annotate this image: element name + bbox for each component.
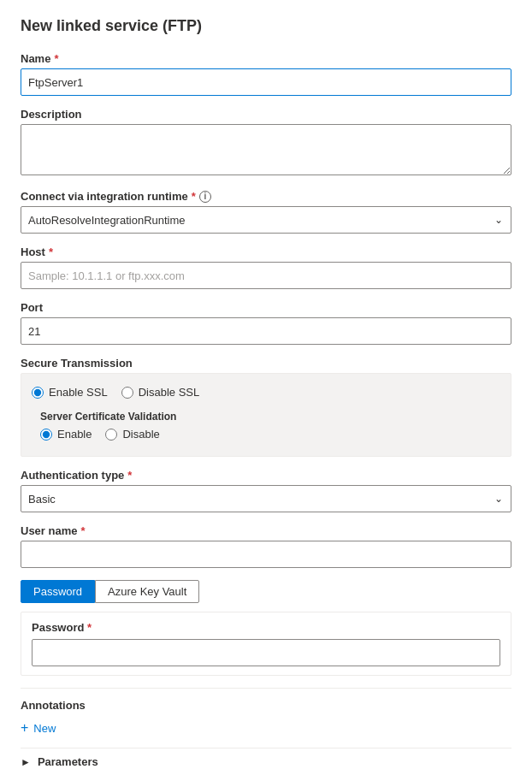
username-input[interactable] — [21, 541, 511, 568]
port-label: Port — [21, 301, 511, 314]
description-field-group: Description — [21, 108, 511, 178]
name-required: * — [54, 52, 58, 65]
plus-icon: + — [21, 720, 28, 736]
integration-runtime-label: Connect via integration runtime * i — [21, 190, 511, 203]
annotations-section: Annotations + New — [21, 688, 511, 739]
disable-ssl-label[interactable]: Disable SSL — [121, 386, 200, 399]
name-label: Name * — [21, 52, 511, 65]
parameters-label: Parameters — [38, 755, 98, 768]
description-label: Description — [21, 108, 511, 121]
port-field-group: Port — [21, 301, 511, 345]
port-input[interactable] — [21, 317, 511, 345]
auth-required: * — [127, 469, 132, 482]
tab-akv-btn[interactable]: Azure Key Vault — [95, 580, 199, 603]
password-section: Password * — [21, 612, 511, 676]
ir-required: * — [192, 190, 196, 203]
annotations-divider — [21, 688, 511, 689]
host-label: Host * — [21, 246, 511, 258]
annotations-label: Annotations — [21, 699, 511, 712]
enable-ssl-radio[interactable] — [32, 387, 44, 399]
ir-info-icon[interactable]: i — [199, 191, 211, 203]
cert-disable-label[interactable]: Disable — [105, 428, 159, 441]
auth-type-wrapper: Basic ⌄ — [21, 485, 511, 512]
enable-ssl-label[interactable]: Enable SSL — [32, 386, 108, 399]
cert-enable-radio[interactable] — [40, 429, 52, 441]
panel: New linked service (FTP) Name * Descript… — [0, 0, 532, 775]
cert-radio-group: Enable Disable — [40, 428, 492, 441]
secure-transmission-box: Enable SSL Disable SSL Server Certificat… — [21, 373, 511, 457]
tab-password-btn[interactable]: Password — [21, 580, 95, 603]
cert-disable-radio[interactable] — [105, 429, 117, 441]
username-required: * — [80, 524, 85, 537]
parameters-row[interactable]: ► Parameters — [21, 748, 511, 775]
integration-runtime-field-group: Connect via integration runtime * i Auto… — [21, 190, 511, 234]
username-field-group: User name * — [21, 524, 511, 568]
host-field-group: Host * — [21, 246, 511, 289]
cert-validation-label: Server Certificate Validation — [40, 411, 492, 423]
auth-type-field-group: Authentication type * Basic ⌄ — [21, 469, 511, 512]
new-annotation-btn[interactable]: + New — [21, 717, 56, 739]
panel-title: New linked service (FTP) — [21, 17, 511, 35]
auth-type-label: Authentication type * — [21, 469, 511, 482]
integration-runtime-wrapper: AutoResolveIntegrationRuntime ⌄ — [21, 206, 511, 234]
parameters-chevron-icon: ► — [21, 756, 31, 768]
host-input[interactable] — [21, 262, 511, 289]
username-label: User name * — [21, 524, 511, 537]
host-required: * — [49, 246, 53, 258]
password-tab-group: Password Azure Key Vault — [21, 580, 511, 603]
auth-type-select[interactable]: Basic — [21, 485, 511, 512]
cert-validation-box: Server Certificate Validation Enable Dis… — [32, 404, 500, 447]
disable-ssl-radio[interactable] — [121, 387, 133, 399]
name-field-group: Name * — [21, 52, 511, 96]
password-tab-section: Password Azure Key Vault Password * — [21, 580, 511, 676]
cert-enable-label[interactable]: Enable — [40, 428, 92, 441]
password-label: Password * — [32, 621, 500, 634]
ssl-radio-group: Enable SSL Disable SSL — [32, 386, 500, 399]
description-input[interactable] — [21, 124, 511, 175]
password-required: * — [87, 621, 92, 634]
password-input[interactable] — [32, 639, 500, 666]
name-input[interactable] — [21, 68, 511, 96]
secure-transmission-label: Secure Transmission — [21, 357, 511, 370]
secure-transmission-field-group: Secure Transmission Enable SSL Disable S… — [21, 357, 511, 457]
integration-runtime-select[interactable]: AutoResolveIntegrationRuntime — [21, 206, 511, 234]
